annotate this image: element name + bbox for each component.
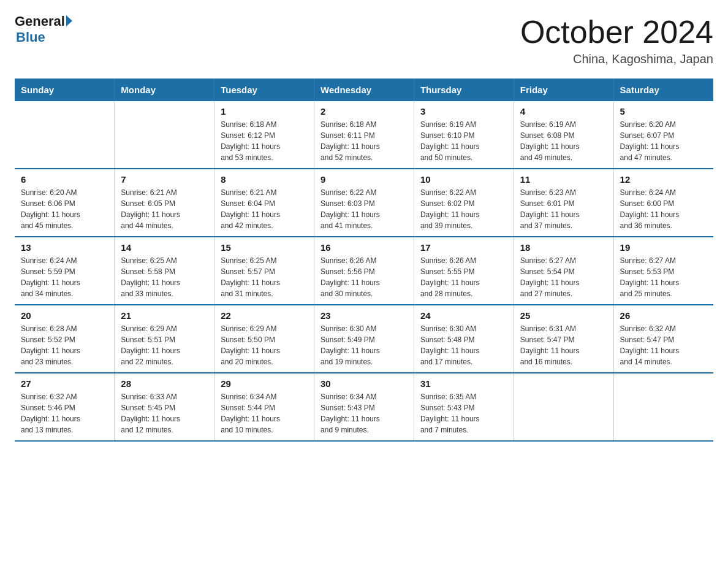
table-row: 16Sunrise: 6:26 AMSunset: 5:56 PMDayligh… [314, 237, 414, 305]
header-saturday: Saturday [613, 79, 713, 101]
table-row: 4Sunrise: 6:19 AMSunset: 6:08 PMDaylight… [514, 101, 613, 169]
day-info: Sunrise: 6:32 AMSunset: 5:46 PMDaylight:… [21, 391, 108, 435]
table-row: 20Sunrise: 6:28 AMSunset: 5:52 PMDayligh… [15, 305, 115, 373]
table-row: 9Sunrise: 6:22 AMSunset: 6:03 PMDaylight… [314, 169, 414, 237]
table-row: 1Sunrise: 6:18 AMSunset: 6:12 PMDaylight… [214, 101, 314, 169]
day-number: 29 [221, 378, 308, 389]
table-row: 15Sunrise: 6:25 AMSunset: 5:57 PMDayligh… [214, 237, 314, 305]
week-row-4: 20Sunrise: 6:28 AMSunset: 5:52 PMDayligh… [15, 305, 713, 373]
day-info: Sunrise: 6:34 AMSunset: 5:44 PMDaylight:… [221, 391, 308, 435]
table-row: 26Sunrise: 6:32 AMSunset: 5:47 PMDayligh… [613, 305, 713, 373]
table-row: 3Sunrise: 6:19 AMSunset: 6:10 PMDaylight… [414, 101, 514, 169]
day-number: 17 [420, 242, 507, 253]
table-row: 7Sunrise: 6:21 AMSunset: 6:05 PMDaylight… [115, 169, 214, 237]
day-number: 16 [320, 242, 408, 253]
day-info: Sunrise: 6:26 AMSunset: 5:56 PMDaylight:… [320, 255, 408, 299]
table-row: 11Sunrise: 6:23 AMSunset: 6:01 PMDayligh… [514, 169, 613, 237]
day-number: 31 [420, 378, 507, 389]
day-info: Sunrise: 6:22 AMSunset: 6:03 PMDaylight:… [320, 187, 408, 231]
day-info: Sunrise: 6:34 AMSunset: 5:43 PMDaylight:… [320, 391, 408, 435]
table-row: 28Sunrise: 6:33 AMSunset: 5:45 PMDayligh… [115, 373, 214, 441]
table-row: 27Sunrise: 6:32 AMSunset: 5:46 PMDayligh… [15, 373, 115, 441]
day-number: 27 [21, 378, 108, 389]
day-info: Sunrise: 6:19 AMSunset: 6:10 PMDaylight:… [420, 119, 507, 163]
day-info: Sunrise: 6:25 AMSunset: 5:58 PMDaylight:… [121, 255, 208, 299]
header-sunday: Sunday [15, 79, 115, 101]
day-info: Sunrise: 6:30 AMSunset: 5:49 PMDaylight:… [320, 323, 408, 367]
day-number: 1 [221, 106, 308, 117]
day-info: Sunrise: 6:18 AMSunset: 6:11 PMDaylight:… [320, 119, 408, 163]
table-row [115, 101, 214, 169]
day-number: 19 [620, 242, 707, 253]
day-number: 15 [221, 242, 308, 253]
day-info: Sunrise: 6:21 AMSunset: 6:04 PMDaylight:… [221, 187, 308, 231]
title-area: October 2024 China, Kagoshima, Japan [520, 15, 713, 66]
table-row [15, 101, 115, 169]
day-number: 26 [620, 310, 707, 321]
table-row: 29Sunrise: 6:34 AMSunset: 5:44 PMDayligh… [214, 373, 314, 441]
table-row [514, 373, 613, 441]
table-row: 18Sunrise: 6:27 AMSunset: 5:54 PMDayligh… [514, 237, 613, 305]
header-monday: Monday [115, 79, 214, 101]
day-number: 22 [221, 310, 308, 321]
calendar-table: Sunday Monday Tuesday Wednesday Thursday… [15, 79, 713, 442]
table-row: 23Sunrise: 6:30 AMSunset: 5:49 PMDayligh… [314, 305, 414, 373]
day-info: Sunrise: 6:24 AMSunset: 6:00 PMDaylight:… [620, 187, 707, 231]
table-row: 25Sunrise: 6:31 AMSunset: 5:47 PMDayligh… [514, 305, 613, 373]
day-info: Sunrise: 6:35 AMSunset: 5:43 PMDaylight:… [420, 391, 507, 435]
day-number: 18 [520, 242, 607, 253]
header: General Blue October 2024 China, Kagoshi… [15, 15, 713, 66]
day-info: Sunrise: 6:26 AMSunset: 5:55 PMDaylight:… [420, 255, 507, 299]
day-number: 24 [420, 310, 507, 321]
table-row [613, 373, 713, 441]
table-row: 8Sunrise: 6:21 AMSunset: 6:04 PMDaylight… [214, 169, 314, 237]
day-number: 9 [320, 174, 408, 185]
day-info: Sunrise: 6:19 AMSunset: 6:08 PMDaylight:… [520, 119, 607, 163]
day-info: Sunrise: 6:31 AMSunset: 5:47 PMDaylight:… [520, 323, 607, 367]
table-row: 12Sunrise: 6:24 AMSunset: 6:00 PMDayligh… [613, 169, 713, 237]
location-subtitle: China, Kagoshima, Japan [520, 52, 713, 66]
logo-general-text: General [15, 15, 65, 28]
table-row: 22Sunrise: 6:29 AMSunset: 5:50 PMDayligh… [214, 305, 314, 373]
day-info: Sunrise: 6:23 AMSunset: 6:01 PMDaylight:… [520, 187, 607, 231]
day-number: 2 [320, 106, 408, 117]
day-info: Sunrise: 6:29 AMSunset: 5:51 PMDaylight:… [121, 323, 208, 367]
day-number: 12 [620, 174, 707, 185]
day-number: 4 [520, 106, 607, 117]
day-number: 10 [420, 174, 507, 185]
day-number: 21 [121, 310, 208, 321]
logo-arrow-icon [66, 15, 72, 26]
logo: General Blue [15, 15, 72, 45]
day-info: Sunrise: 6:18 AMSunset: 6:12 PMDaylight:… [221, 119, 308, 163]
table-row: 10Sunrise: 6:22 AMSunset: 6:02 PMDayligh… [414, 169, 514, 237]
table-row: 5Sunrise: 6:20 AMSunset: 6:07 PMDaylight… [613, 101, 713, 169]
week-row-3: 13Sunrise: 6:24 AMSunset: 5:59 PMDayligh… [15, 237, 713, 305]
day-number: 25 [520, 310, 607, 321]
header-wednesday: Wednesday [314, 79, 414, 101]
day-info: Sunrise: 6:29 AMSunset: 5:50 PMDaylight:… [221, 323, 308, 367]
header-thursday: Thursday [414, 79, 514, 101]
day-info: Sunrise: 6:24 AMSunset: 5:59 PMDaylight:… [21, 255, 108, 299]
day-number: 13 [21, 242, 108, 253]
day-number: 14 [121, 242, 208, 253]
table-row: 17Sunrise: 6:26 AMSunset: 5:55 PMDayligh… [414, 237, 514, 305]
day-number: 28 [121, 378, 208, 389]
month-title: October 2024 [520, 15, 713, 50]
day-info: Sunrise: 6:20 AMSunset: 6:06 PMDaylight:… [21, 187, 108, 231]
day-number: 11 [520, 174, 607, 185]
day-info: Sunrise: 6:33 AMSunset: 5:45 PMDaylight:… [121, 391, 208, 435]
day-info: Sunrise: 6:27 AMSunset: 5:54 PMDaylight:… [520, 255, 607, 299]
header-friday: Friday [514, 79, 613, 101]
table-row: 2Sunrise: 6:18 AMSunset: 6:11 PMDaylight… [314, 101, 414, 169]
day-number: 30 [320, 378, 408, 389]
day-number: 20 [21, 310, 108, 321]
table-row: 14Sunrise: 6:25 AMSunset: 5:58 PMDayligh… [115, 237, 214, 305]
week-row-1: 1Sunrise: 6:18 AMSunset: 6:12 PMDaylight… [15, 101, 713, 169]
day-info: Sunrise: 6:28 AMSunset: 5:52 PMDaylight:… [21, 323, 108, 367]
table-row: 6Sunrise: 6:20 AMSunset: 6:06 PMDaylight… [15, 169, 115, 237]
table-row: 30Sunrise: 6:34 AMSunset: 5:43 PMDayligh… [314, 373, 414, 441]
table-row: 31Sunrise: 6:35 AMSunset: 5:43 PMDayligh… [414, 373, 514, 441]
day-number: 7 [121, 174, 208, 185]
day-info: Sunrise: 6:21 AMSunset: 6:05 PMDaylight:… [121, 187, 208, 231]
day-number: 23 [320, 310, 408, 321]
